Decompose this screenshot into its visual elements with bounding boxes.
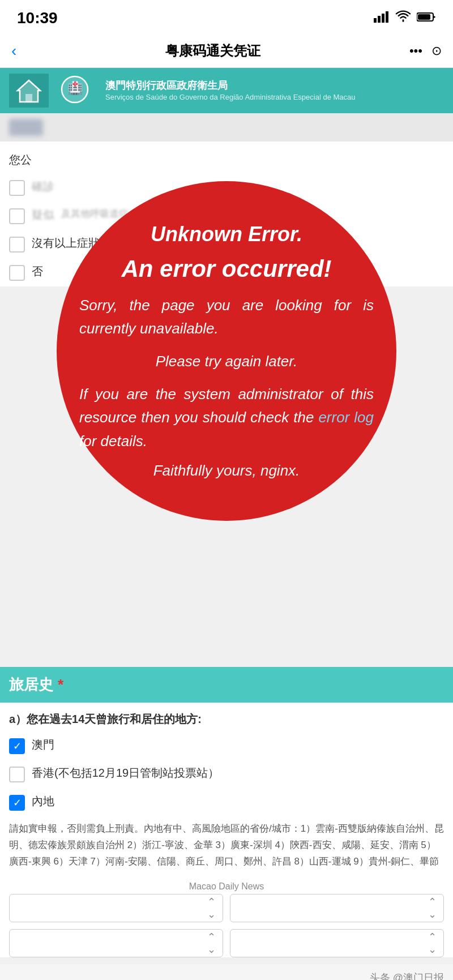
travel-title: 旅居史 [9,675,53,695]
org-text: 澳門特別行政區政府衛生局 Serviços de Saúde do Govern… [105,79,356,102]
wifi-icon [395,10,411,26]
footer-area: 头条 @澳门日报 [0,964,453,980]
status-bar: 10:39 [0,0,453,34]
more-button[interactable]: ••• [409,44,422,58]
house-icon [9,74,49,108]
nav-right-actions: ••• ⊙ [409,44,442,58]
svg-rect-7 [25,94,32,102]
your-label: 您公 [9,142,444,173]
status-time: 10:39 [17,9,58,27]
svg-rect-1 [378,16,381,23]
avatar-blurred [9,119,43,136]
back-button[interactable]: ‹ [11,42,16,60]
respiratory-blurred: 及其他呼吸道症 [61,207,129,220]
nav-bar: ‹ 粤康码通关凭证 ••• ⊙ [0,34,453,68]
checkbox-hk[interactable]: 香港(不包括12月19日管制站投票站） [9,760,444,788]
dropdown-arrow-3: ⌃⌄ [207,931,216,956]
suspected-checkbox[interactable] [9,208,25,224]
svg-rect-3 [386,11,388,23]
macau-checkbox[interactable] [9,738,25,754]
dropdown-arrow-2: ⌃⌄ [428,896,437,921]
org-name-portuguese: Serviços de Saúde do Governo da Região A… [105,93,356,102]
dropdown-arrow-1: ⌃⌄ [207,896,216,921]
battery-icon [417,11,436,25]
travel-section-header: 旅居史 * [0,667,453,703]
footer-credit: 头条 @澳门日报 [370,972,444,980]
error-admin-note: If you are the system administrator of t… [79,383,374,453]
main-wrapper: 您公 確診 疑似 及其他呼吸道症 沒有以上症狀 否 Unknown [0,113,453,980]
hk-label: 香港(不包括12月19日管制站投票站） [32,765,219,781]
checkbox-macau[interactable]: 澳門 [9,731,444,760]
checkbox-mainland[interactable]: 內地 [9,788,444,816]
mainland-checkbox[interactable] [9,795,25,811]
dropdown-1[interactable]: ⌃⌄ [9,894,223,922]
dropdown-3[interactable]: ⌃⌄ [9,929,223,957]
svg-text:🏥: 🏥 [67,80,83,96]
travel-section-content: a）您在過去14天曾旅行和居住的地方: 澳門 香港(不包括12月19日管制站投票… [0,703,453,957]
org-name-chinese: 澳門特別行政區政府衛生局 [105,79,356,93]
error-title: Unknown Error. [151,222,302,246]
dropdown-4[interactable]: ⌃⌄ [230,929,444,957]
content-below-overlay: 旅居史 * a）您在過去14天曾旅行和居住的地方: 澳門 香港(不包括12月19… [0,660,453,980]
avatar-bar [0,113,453,142]
yes-checkbox[interactable] [9,265,25,281]
scan-button[interactable]: ⊙ [431,44,442,58]
dropdown-2[interactable]: ⌃⌄ [230,894,444,922]
dropdown-row-2: ⌃⌄ ⌃⌄ [9,929,444,957]
hk-checkbox[interactable] [9,767,25,782]
error-occurred: An error occurred! [121,255,331,283]
form-label-text: 您公 [9,153,32,166]
svg-rect-2 [382,14,384,23]
macau-label: 澳門 [32,737,54,752]
error-overlay: Unknown Error. An error occurred! Sorry,… [57,181,396,521]
mainland-label: 內地 [32,794,54,809]
confirmed-label: 確診 [32,179,54,194]
error-try-again: Please try again later. [156,350,298,374]
dropdown-row-1: ⌃⌄ ⌃⌄ [9,894,444,922]
page-title: 粤康码通关凭证 [165,42,260,60]
svg-rect-5 [418,14,430,20]
header-logo-bar: 🏥 澳門特別行政區政府衛生局 Serviços de Saúde do Gove… [0,68,453,113]
suspected-label: 疑似 [32,207,54,222]
status-icons [374,10,436,26]
error-log-link[interactable]: error log [318,409,374,426]
svg-rect-0 [374,18,377,23]
no-symptoms-checkbox[interactable] [9,237,25,253]
question-a-label: a）您在過去14天曾旅行和居住的地方: [9,703,444,731]
travel-required: * [58,676,63,694]
signal-icon [374,10,390,26]
error-sorry: Sorry, the page you are looking for is c… [79,294,374,341]
emblem-icon: 🏥 [58,75,92,106]
section-sep-1 [0,660,453,667]
yes-label: 否 [32,264,43,279]
watermark: Macao Daily News [9,879,444,894]
confirmed-checkbox[interactable] [9,180,25,196]
error-footer: Faithfully yours, nginx. [153,462,300,480]
dropdown-arrow-4: ⌃⌄ [428,931,437,956]
no-symptoms-label: 沒有以上症狀 [32,236,100,251]
mainland-notice: 請如實申報，否則需負上刑責。內地有中、高風險地區的省份/城市：1）雲南-西雙版納… [9,816,444,879]
